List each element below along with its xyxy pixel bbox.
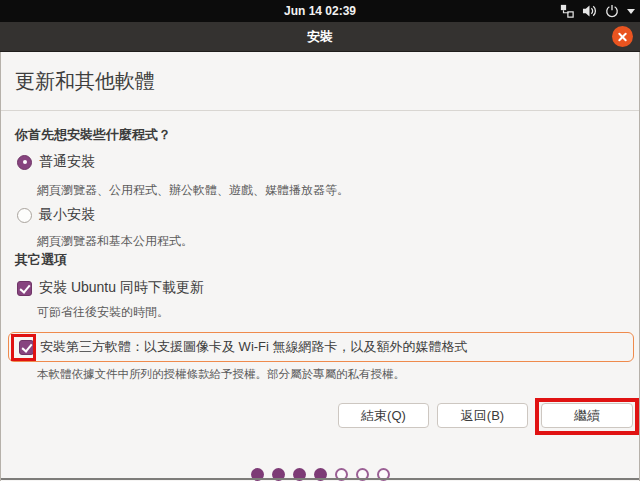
network-wired-icon[interactable]	[560, 4, 574, 18]
window-title-bar: 安裝	[0, 22, 640, 52]
radio-normal-install[interactable]: 普通安裝	[17, 153, 95, 171]
close-icon[interactable]	[612, 26, 633, 47]
other-options-heading: 其它選項	[15, 251, 67, 269]
volume-icon[interactable]	[582, 4, 597, 18]
checkbox-checked-icon[interactable]	[19, 340, 34, 355]
continue-button[interactable]: 繼續	[541, 403, 633, 428]
radio-normal-install-desc: 網頁瀏覽器、公用程式、辦公軟體、遊戲、媒體播放器等。	[37, 182, 349, 199]
clock[interactable]: Jun 14 02:39	[0, 0, 640, 22]
question-label: 你首先想安裝些什麼程式？	[15, 126, 171, 144]
window-title: 安裝	[0, 22, 640, 52]
radio-selected-icon[interactable]	[17, 155, 32, 170]
back-button[interactable]: 返回(B)	[437, 403, 528, 428]
header-divider	[1, 110, 639, 111]
checkbox-third-party-label: 安裝第三方軟體：以支援圖像卡及 Wi-Fi 無線網路卡，以及額外的媒體格式	[40, 338, 468, 356]
window-bottom-edge	[1, 478, 639, 480]
quit-button[interactable]: 結束(Q)	[338, 403, 429, 428]
radio-normal-install-label: 普通安裝	[39, 153, 95, 171]
installer-content: 更新和其他軟體 你首先想安裝些什麼程式？ 普通安裝 網頁瀏覽器、公用程式、辦公軟…	[0, 52, 640, 481]
checkbox-third-party-desc: 本軟體依據文件中所列的授權條款給予授權。部分屬於專屬的私有授權。	[37, 367, 405, 382]
radio-minimal-install-label: 最小安裝	[39, 206, 95, 224]
radio-minimal-install[interactable]: 最小安裝	[17, 206, 95, 224]
radio-unselected-icon[interactable]	[17, 208, 32, 223]
system-top-bar: Jun 14 02:39	[0, 0, 640, 22]
checkbox-download-updates-label: 安裝 Ubuntu 同時下載更新	[39, 279, 204, 297]
power-icon[interactable]	[605, 4, 619, 18]
checkbox-checked-icon[interactable]	[17, 281, 32, 296]
checkbox-third-party-software[interactable]: 安裝第三方軟體：以支援圖像卡及 Wi-Fi 無線網路卡，以及額外的媒體格式	[8, 332, 634, 362]
page-title: 更新和其他軟體	[15, 68, 155, 95]
radio-minimal-install-desc: 網頁瀏覽器和基本公用程式。	[37, 233, 193, 250]
system-tray[interactable]	[560, 0, 635, 22]
checkbox-download-updates[interactable]: 安裝 Ubuntu 同時下載更新	[17, 279, 204, 297]
checkbox-download-updates-desc: 可節省往後安裝的時間。	[37, 304, 169, 321]
caret-down-icon[interactable]	[627, 9, 635, 14]
screen: Jun 14 02:39	[0, 0, 640, 481]
